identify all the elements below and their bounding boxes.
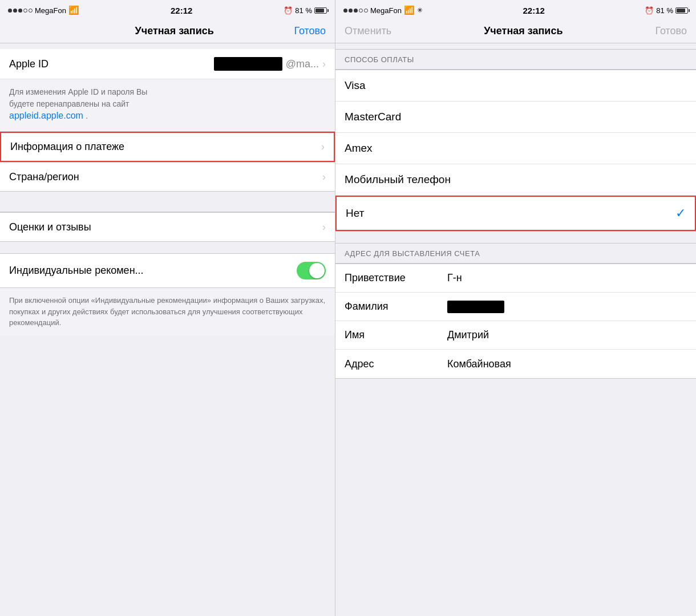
right-nav-title: Учетная запись <box>484 25 563 37</box>
left-nav-bar: Учетная запись Готово <box>0 21 335 43</box>
right-carrier-name: MegaFon <box>370 6 402 15</box>
left-mid-spacer <box>0 192 335 212</box>
right-dot-5 <box>364 9 368 13</box>
payment-info-label: Информация о платеже <box>10 141 124 153</box>
amex-label: Amex <box>345 142 373 155</box>
address-section-header: АДРЕС ДЛЯ ВЫСТАВЛЕНИЯ СЧЕТА <box>335 243 696 264</box>
right-wifi-icon: 📶 <box>404 5 415 15</box>
right-bottom-spacer <box>335 379 696 616</box>
left-right-status: ⏰ 81 % <box>284 6 327 15</box>
payment-info-chevron: › <box>321 141 325 153</box>
right-battery-fill <box>677 9 685 13</box>
right-time: 22:12 <box>523 6 544 15</box>
payment-info-row[interactable]: Информация о платеже › <box>0 132 335 162</box>
ratings-row[interactable]: Оценки и отзывы › <box>0 212 335 242</box>
right-top-spacer <box>335 43 696 49</box>
country-region-chevron: › <box>322 171 326 183</box>
mobile-label: Мобильный телефон <box>345 173 451 186</box>
lastname-value <box>447 301 504 313</box>
toggle-switch[interactable] <box>297 262 326 279</box>
right-nav-bar: Отменить Учетная запись Готово <box>335 21 696 43</box>
apple-id-link[interactable]: appleid.apple.com <box>9 111 83 120</box>
address-spacer <box>335 232 696 243</box>
greeting-value: Г-н <box>447 272 462 284</box>
apple-id-value: @ma... › <box>214 57 326 71</box>
lastname-row[interactable]: Фамилия <box>335 293 696 321</box>
toggle-row[interactable]: Индивидуальные рекомен... <box>0 253 335 288</box>
ratings-chevron: › <box>322 221 326 233</box>
dot-5 <box>29 9 33 13</box>
dot-1 <box>8 9 12 13</box>
payment-section-header: СПОСОБ ОПЛАТЫ <box>335 49 696 70</box>
left-spacer-2 <box>0 242 335 253</box>
right-battery-pct: 81 % <box>656 6 673 15</box>
firstname-value: Дмитрий <box>447 329 489 341</box>
visa-option[interactable]: Visa <box>335 70 696 102</box>
greeting-row[interactable]: Приветствие Г-н <box>335 264 696 293</box>
right-alarm-icon: ⏰ <box>645 6 654 15</box>
left-top-spacer <box>0 43 335 49</box>
dot-2 <box>13 9 17 13</box>
address-label-text: Адрес <box>345 358 447 370</box>
right-dot-4 <box>359 9 363 13</box>
right-cancel-button[interactable]: Отменить <box>345 25 391 37</box>
left-time: 22:12 <box>171 6 192 15</box>
left-battery-pct: 81 % <box>295 6 312 15</box>
right-panel: MegaFon 📶 ✳ 22:12 ⏰ 81 % Отменить Учетна… <box>335 0 696 616</box>
apple-id-label: Apple ID <box>9 58 60 70</box>
right-dot-3 <box>354 9 358 13</box>
left-done-button[interactable]: Готово <box>294 25 326 37</box>
none-label: Нет <box>346 207 364 220</box>
payment-section-label: СПОСОБ ОПЛАТЫ <box>345 55 414 64</box>
footer-description: При включенной опции «Индивидуальные рек… <box>0 288 335 335</box>
address-value-text: Комбайновая <box>447 358 511 370</box>
footer-text: При включенной опции «Индивидуальные рек… <box>9 296 325 327</box>
firstname-label: Имя <box>345 329 447 341</box>
mobile-option[interactable]: Мобильный телефон <box>335 164 696 196</box>
address-section-label: АДРЕС ДЛЯ ВЫСТАВЛЕНИЯ СЧЕТА <box>345 249 480 258</box>
right-right-status: ⏰ 81 % <box>645 6 688 15</box>
address-group: Приветствие Г-н Фамилия Имя Дмитрий Адре… <box>335 264 696 379</box>
right-done-button[interactable]: Готово <box>655 25 687 37</box>
left-battery-fill <box>315 9 324 13</box>
right-battery-icon <box>675 7 688 14</box>
right-broadcast-icon: ✳ <box>417 6 423 14</box>
greeting-label: Приветствие <box>345 272 447 284</box>
none-option[interactable]: Нет ✓ <box>335 196 696 231</box>
right-dot-1 <box>343 9 347 13</box>
checkmark-icon: ✓ <box>675 206 686 221</box>
signal-icon <box>8 9 33 13</box>
firstname-row[interactable]: Имя Дмитрий <box>335 321 696 350</box>
dot-3 <box>18 9 22 13</box>
payment-options-group: Visa MasterCard Amex Мобильный телефон Н… <box>335 70 696 232</box>
left-battery-icon <box>314 7 327 14</box>
description-text: Для изменения Apple ID и пароля Выбудете… <box>9 87 147 108</box>
address-row-item[interactable]: Адрес Комбайновая <box>335 350 696 378</box>
apple-id-chevron: › <box>322 58 326 70</box>
visa-label: Visa <box>345 79 366 92</box>
left-panel: MegaFon 📶 22:12 ⏰ 81 % Учетная запись Го… <box>0 0 335 616</box>
ratings-label: Оценки и отзывы <box>9 221 91 233</box>
left-alarm-icon: ⏰ <box>284 6 293 15</box>
right-status-bar: MegaFon 📶 ✳ 22:12 ⏰ 81 % <box>335 0 696 21</box>
amex-option[interactable]: Amex <box>335 133 696 164</box>
description-period: . <box>86 111 88 120</box>
right-dot-2 <box>349 9 353 13</box>
apple-id-suffix: @ma... <box>286 58 319 70</box>
left-carrier-area: MegaFon 📶 <box>8 5 79 15</box>
toggle-label: Индивидуальные рекомен... <box>9 265 144 277</box>
dot-4 <box>23 9 27 13</box>
country-region-row[interactable]: Страна/регион › <box>0 162 335 192</box>
country-region-label: Страна/регион <box>9 171 79 183</box>
left-bottom-spacer <box>0 335 335 617</box>
left-carrier-name: MegaFon <box>35 6 66 15</box>
left-nav-title: Учетная запись <box>135 25 214 37</box>
apple-id-row[interactable]: Apple ID @ma... › <box>0 49 335 79</box>
mastercard-option[interactable]: MasterCard <box>335 102 696 133</box>
right-carrier-area: MegaFon 📶 ✳ <box>343 5 423 15</box>
lastname-label: Фамилия <box>345 301 447 313</box>
left-status-bar: MegaFon 📶 22:12 ⏰ 81 % <box>0 0 335 21</box>
mastercard-label: MasterCard <box>345 111 401 123</box>
right-signal-icon <box>343 9 368 13</box>
left-wifi-icon: 📶 <box>68 5 79 15</box>
